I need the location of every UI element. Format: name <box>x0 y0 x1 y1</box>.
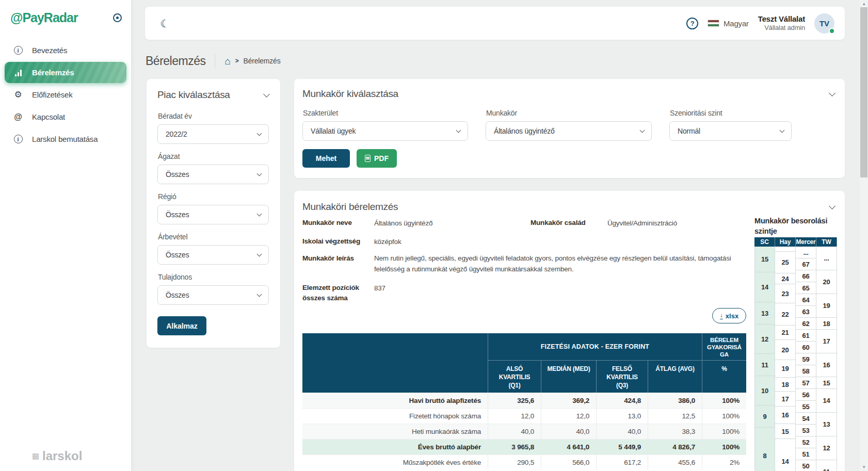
table-cell-value: 100% <box>702 393 746 408</box>
grading-cell: 20 <box>775 340 796 360</box>
grading-cell: 10 <box>754 376 775 405</box>
sidebar-item-3[interactable]: @Kapcsolat <box>5 106 126 127</box>
sidebar-item-2[interactable]: ⚙Előfizetések <box>5 84 126 105</box>
sidebar-collapse-icon[interactable] <box>113 13 122 22</box>
job-select-1[interactable]: Általános ügyintéző <box>486 121 652 141</box>
filter-field-1: ÁgazatÖsszes <box>157 152 269 184</box>
grading-cell: 54 <box>796 413 816 425</box>
pdf-button[interactable]: PDF <box>357 149 397 168</box>
filter-select-2[interactable]: Összes <box>157 205 269 224</box>
info-icon: i <box>14 46 23 55</box>
table-row-label: Heti munkaórák száma <box>302 424 488 439</box>
job-family-label: Munkakör család <box>531 218 586 228</box>
grading-cell: 58 <box>796 365 816 377</box>
table-subheader-0: ALSÓ KVARTILIS (Q1) <box>488 360 541 393</box>
dark-mode-moon-icon[interactable]: ☾ <box>160 18 170 29</box>
sidebar-item-1[interactable]: Bérelemzés <box>5 62 126 83</box>
hungarian-flag-icon <box>708 20 719 27</box>
grading-cell: 16 <box>816 353 837 377</box>
scrollbar-down-arrow[interactable]: ▼ <box>860 465 868 469</box>
salary-data-table: FIZETÉSI ADATOK - EZER FORINTBÉRELEM GYA… <box>302 333 746 470</box>
field-label: Béradat év <box>158 112 269 120</box>
grading-cell: 18 <box>775 378 796 392</box>
chevron-down-icon[interactable] <box>263 91 270 98</box>
sidebar: @PayRadar iBevezetésBérelemzés⚙Előfizeté… <box>0 0 132 471</box>
field-label: Régió <box>158 192 269 201</box>
select-value: Általános ügyintéző <box>494 127 555 135</box>
apply-button[interactable]: Alkalmaz <box>157 316 206 335</box>
positions-label: Elemzett pozíciók összes száma <box>302 283 375 303</box>
job-field-2: Szenioritási szintNormál <box>669 109 792 141</box>
chevron-down-icon[interactable] <box>829 203 835 209</box>
go-button[interactable]: Mehet <box>302 149 350 168</box>
filter-select-1[interactable]: Összes <box>157 165 269 184</box>
scrollbar-thumb[interactable] <box>860 7 867 177</box>
grading-cell: 14 <box>775 439 796 471</box>
grading-cell: 56 <box>796 389 816 401</box>
table-cell-value: 38,3 <box>648 424 702 439</box>
field-label: Munkakör <box>486 109 652 117</box>
positions-count: 837 <box>374 283 385 294</box>
chevron-down-icon <box>456 128 461 133</box>
job-panel-title: Munkakör kiválasztása <box>302 88 398 100</box>
table-subheader-4: % <box>702 360 746 393</box>
table-cell-value: 424,8 <box>596 393 648 408</box>
document-icon <box>365 155 371 162</box>
select-value: Összes <box>166 251 189 259</box>
help-icon[interactable]: ? <box>686 18 698 29</box>
online-status-dot <box>829 28 835 34</box>
select-value: Összes <box>166 210 189 219</box>
chevron-down-icon <box>257 292 262 297</box>
table-cell-value: 12,0 <box>541 408 596 424</box>
avatar[interactable]: TV <box>814 13 834 34</box>
payradar-logo: @PayRadar <box>10 10 113 25</box>
grading-cell: 19 <box>816 294 837 318</box>
bar-chart-icon <box>12 69 24 76</box>
language-switcher[interactable]: Magyar <box>708 19 749 28</box>
table-freq-header: BÉRELEM GYAKORISÁGA <box>702 333 746 360</box>
grading-cell: 63 <box>796 306 816 318</box>
grading-cell: 20 <box>816 270 837 294</box>
sidebar-item-0[interactable]: iBevezetés <box>5 40 126 61</box>
grading-cell: 21 <box>775 326 796 340</box>
select-value: Vállalati ügyek <box>311 127 356 135</box>
table-cell-value: 100% <box>702 439 746 454</box>
grading-cell: 51 <box>796 448 816 460</box>
job-family-value: Ügyvitel/Adminisztráció <box>607 218 677 229</box>
table-cell-value: 325,6 <box>488 393 541 408</box>
job-select-0[interactable]: Vállalati ügyek <box>302 121 468 141</box>
field-label: Ágazat <box>158 152 269 160</box>
table-cell-value: 5 449,9 <box>596 439 648 454</box>
field-label: Árbevétel <box>158 233 269 241</box>
chevron-down-icon <box>780 128 785 133</box>
chevron-down-icon <box>257 171 262 176</box>
page-scrollbar[interactable]: ▲ ▼ <box>860 0 868 471</box>
xlsx-export-button[interactable]: ↓ xlsx <box>712 308 746 323</box>
at-icon: @ <box>14 112 22 122</box>
home-icon[interactable]: ⌂ <box>224 56 230 66</box>
chevron-down-icon <box>257 252 262 257</box>
sidebar-item-4[interactable]: iLarskol bemutatása <box>5 128 126 150</box>
chevron-down-icon <box>257 212 262 217</box>
grading-table-title: Munkakör besorolási szintje <box>754 216 845 236</box>
sidebar-item-label: Előfizetések <box>32 90 72 99</box>
table-row-label: Havi bruttó alapfizetés <box>302 393 488 408</box>
market-panel-title: Piac kiválasztása <box>157 89 230 101</box>
job-grading-block: Munkakör besorolási szintje SC1514131211… <box>754 216 845 471</box>
table-corner-header <box>302 333 488 393</box>
breadcrumb: Bérelemzés ⌂ > Bérelemzés <box>146 54 280 68</box>
chevron-down-icon[interactable] <box>829 90 835 96</box>
table-cell-value: 4 641,0 <box>541 439 596 454</box>
grading-cell: 59 <box>796 353 816 365</box>
filter-field-0: Béradat év2022/2 <box>157 112 269 144</box>
select-value: Összes <box>166 170 189 178</box>
scrollbar-up-arrow[interactable]: ▲ <box>860 2 868 6</box>
filter-select-0[interactable]: 2022/2 <box>157 124 269 144</box>
filter-select-4[interactable]: Összes <box>157 285 269 305</box>
description-value: Nem rutin jellegű, speciális, egyedi ügy… <box>374 253 735 274</box>
grading-cell: 62 <box>796 318 816 330</box>
grading-table: SC15141312111098Hay252423222120191817161… <box>754 237 845 471</box>
filter-select-3[interactable]: Összes <box>157 245 269 265</box>
table-cell-value: 40,0 <box>488 424 541 439</box>
job-select-2[interactable]: Normál <box>669 121 792 141</box>
